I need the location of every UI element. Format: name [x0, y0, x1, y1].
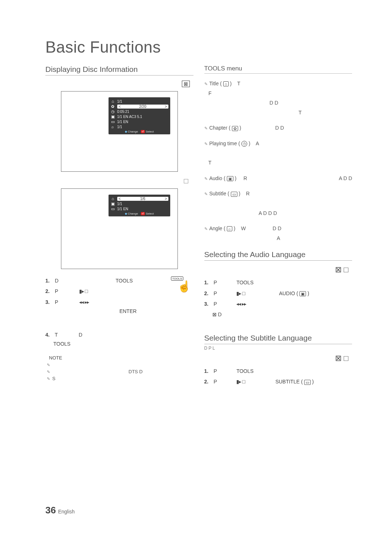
angle-icon: ⌕	[227, 226, 232, 231]
osd-title-selector: <1/6>	[117, 197, 168, 201]
audio-icon: ▣	[110, 202, 115, 206]
audio-icon: ▣	[110, 114, 115, 119]
page-footer: 36English	[45, 505, 75, 516]
title-icon: ⌂	[110, 99, 115, 103]
audio-steps: 1. P TOOLS 2. P ▮▸ □ AUDIO ( ▣ ) 3. P ◂◂…	[204, 278, 352, 319]
press-tools-illustration: TOOLS ☝	[171, 276, 196, 298]
angle-icon: ⌕	[110, 125, 115, 129]
chapter-icon: ✿	[110, 104, 115, 109]
section-subtitle-language: Selecting the Subtitle Language	[204, 334, 352, 344]
disc-type-icon-2: □	[182, 177, 189, 185]
tv-mock-1: ⌂1/1 ✿ <2/20> ◷0:05:21 ▣1/1 EN AC3 5.1 ▭…	[61, 91, 178, 172]
tv-mock-2: ⌂ <1/6> ▣1/1 ▭1/1 EN ◆ Change ⏎ Select	[61, 188, 178, 269]
subtitle-icon: ▭	[304, 380, 311, 385]
subtitle-steps: 1. P TOOLS 2. P ▮▸ □ SUBTITLE ( ▭ )	[204, 367, 352, 386]
section-audio-language: Selecting the Audio Language	[204, 250, 352, 261]
tools-menu-heading: TOOLS menu	[204, 65, 352, 74]
disc-icons: ⊠ □	[335, 265, 348, 274]
hand-icon: ☝	[177, 280, 191, 293]
page-title: Basic Functions	[45, 38, 352, 56]
disc-icons: ⊠ □	[335, 354, 348, 363]
subtitle-icon: ▭	[110, 207, 115, 211]
osd-chapter-selector: <2/20>	[117, 105, 168, 109]
subtitle-subrow: D P L	[204, 346, 352, 351]
chapter-icon: ✿	[232, 126, 238, 131]
audio-icon: ▣	[227, 176, 233, 181]
title-icon: ⌂	[223, 81, 229, 86]
subtitle-icon: ▭	[231, 192, 237, 197]
audio-icon: ▣	[299, 291, 306, 296]
title-icon: ⌂	[110, 196, 115, 201]
osd-panel-2: ⌂ <1/6> ▣1/1 ▭1/1 EN ◆ Change ⏎ Select	[109, 195, 170, 216]
note-list: DTS D S	[47, 362, 193, 381]
subtitle-icon: ▭	[110, 119, 115, 124]
time-icon: ◷	[110, 109, 115, 114]
tools-items: Title ( ⌂ ) T F D D T Chapter ( ✿ ) D D …	[204, 79, 352, 243]
section-displaying-disc-info: Displaying Disc Information	[45, 65, 193, 76]
note-heading: NOTE	[49, 355, 193, 361]
disc-type-icon: ⊠	[182, 81, 190, 87]
time-icon: ◷	[241, 141, 247, 147]
osd-panel-1: ⌂1/1 ✿ <2/20> ◷0:05:21 ▣1/1 EN AC3 5.1 ▭…	[109, 97, 170, 134]
